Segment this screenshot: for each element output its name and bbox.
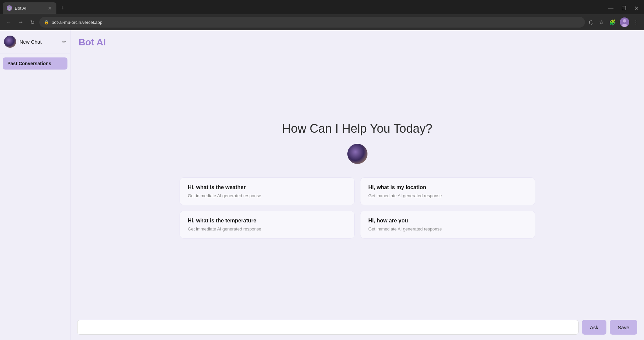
app-container: New Chat ✏ Past Conversations Bot AI How… bbox=[0, 30, 644, 340]
close-button[interactable]: ✕ bbox=[632, 4, 641, 12]
address-bar-row: ← → ↻ 🔒 bot-ai-mu-orcin.vercel.app ⬡ ☆ 🧩… bbox=[0, 14, 644, 30]
chat-area: How Can I Help You Today? Hi, what is th… bbox=[70, 51, 644, 316]
tab-favicon: 🤖 bbox=[7, 5, 12, 11]
address-bar[interactable]: 🔒 bot-ai-mu-orcin.vercel.app bbox=[39, 17, 585, 28]
bot-avatar-center bbox=[347, 144, 367, 164]
minimize-button[interactable]: — bbox=[605, 4, 616, 12]
browser-chrome: 🤖 Bot AI ✕ + — ❐ ✕ ← → ↻ 🔒 bot-ai-mu-orc… bbox=[0, 0, 644, 30]
address-text: bot-ai-mu-orcin.vercel.app bbox=[52, 20, 102, 25]
toolbar-icons: ⬡ ☆ 🧩 ⋮ bbox=[588, 17, 640, 27]
sidebar-bot-avatar bbox=[4, 36, 16, 48]
suggestion-card-location[interactable]: Hi, what is my location Get immediate AI… bbox=[360, 177, 535, 205]
chat-input[interactable] bbox=[77, 320, 579, 335]
suggestion-card-weather[interactable]: Hi, what is the weather Get immediate AI… bbox=[180, 177, 355, 205]
card-subtitle-how-are-you: Get immediate AI generated response bbox=[368, 226, 527, 231]
menu-icon[interactable]: ⋮ bbox=[632, 18, 640, 27]
card-title-temperature: Hi, what is the temperature bbox=[188, 218, 346, 224]
maximize-button[interactable]: ❐ bbox=[619, 4, 629, 12]
suggestion-card-how-are-you[interactable]: Hi, how are you Get immediate AI generat… bbox=[360, 211, 535, 239]
suggestion-cards: Hi, what is the weather Get immediate AI… bbox=[180, 177, 535, 239]
main-header: Bot AI bbox=[70, 30, 644, 51]
new-tab-button[interactable]: + bbox=[58, 3, 67, 13]
lock-icon: 🔒 bbox=[44, 20, 49, 25]
active-tab[interactable]: 🤖 Bot AI ✕ bbox=[3, 2, 56, 14]
cast-icon[interactable]: ⬡ bbox=[588, 18, 595, 27]
refresh-button[interactable]: ↻ bbox=[28, 18, 37, 27]
forward-button[interactable]: → bbox=[16, 18, 26, 27]
extensions-icon[interactable]: 🧩 bbox=[608, 18, 617, 27]
card-subtitle-temperature: Get immediate AI generated response bbox=[188, 226, 346, 231]
sidebar: New Chat ✏ Past Conversations bbox=[0, 30, 70, 340]
edit-icon[interactable]: ✏ bbox=[62, 39, 66, 44]
back-button[interactable]: ← bbox=[4, 18, 13, 27]
card-title-weather: Hi, what is the weather bbox=[188, 184, 346, 190]
tab-title: Bot AI bbox=[15, 6, 44, 11]
card-subtitle-weather: Get immediate AI generated response bbox=[188, 193, 346, 198]
input-area: Ask Save bbox=[70, 316, 644, 340]
app-title: Bot AI bbox=[79, 37, 636, 48]
svg-point-1 bbox=[623, 19, 626, 23]
save-button[interactable]: Save bbox=[610, 320, 637, 335]
new-chat-item[interactable]: New Chat ✏ bbox=[0, 30, 70, 53]
profile-avatar[interactable] bbox=[620, 17, 629, 27]
card-subtitle-location: Get immediate AI generated response bbox=[368, 193, 527, 198]
main-content: Bot AI How Can I Help You Today? Hi, wha… bbox=[70, 30, 644, 340]
tab-bar: 🤖 Bot AI ✕ + — ❐ ✕ bbox=[0, 0, 644, 14]
new-chat-label: New Chat bbox=[19, 39, 59, 45]
suggestion-card-temperature[interactable]: Hi, what is the temperature Get immediat… bbox=[180, 211, 355, 239]
past-conversations-button[interactable]: Past Conversations bbox=[3, 57, 67, 70]
card-title-how-are-you: Hi, how are you bbox=[368, 218, 527, 224]
window-controls: — ❐ ✕ bbox=[605, 4, 641, 12]
ask-button[interactable]: Ask bbox=[582, 320, 606, 335]
tab-close-button[interactable]: ✕ bbox=[47, 5, 52, 11]
bookmark-icon[interactable]: ☆ bbox=[598, 18, 605, 27]
welcome-heading: How Can I Help You Today? bbox=[282, 122, 433, 136]
card-title-location: Hi, what is my location bbox=[368, 184, 527, 190]
